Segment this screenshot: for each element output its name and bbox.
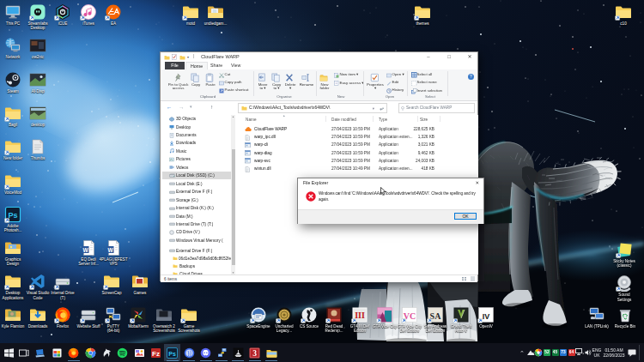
svg-text:IV: IV [483, 312, 490, 321]
svg-text:Ps: Ps [8, 211, 17, 220]
svg-text:W: W [107, 247, 113, 253]
svg-text:W: W [82, 247, 88, 253]
svg-text:III: III [355, 311, 365, 320]
svg-text:3: 3 [252, 349, 257, 358]
svg-text:Ps: Ps [168, 350, 176, 356]
svg-text:Fz: Fz [152, 349, 160, 357]
